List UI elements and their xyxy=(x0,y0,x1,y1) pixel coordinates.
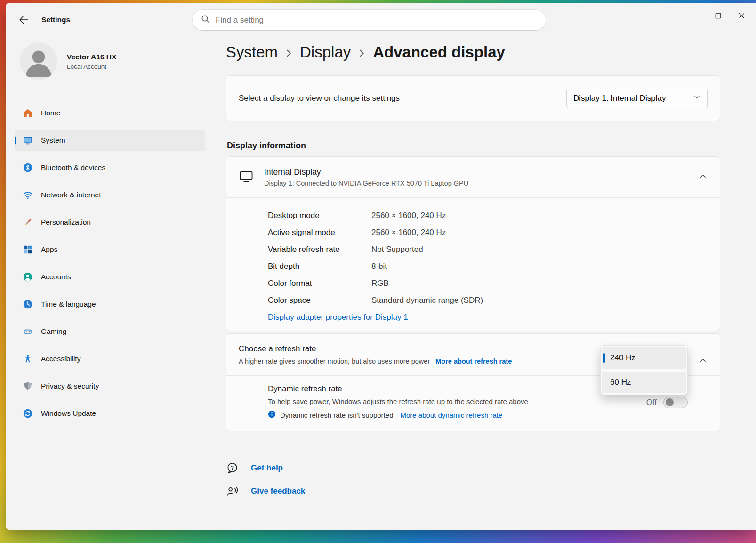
sidebar-item-label: Apps xyxy=(41,245,57,254)
sidebar-item-label: Home xyxy=(41,109,60,117)
chevron-right-icon xyxy=(285,48,292,59)
dynamic-refresh-title: Dynamic refresh rate xyxy=(268,384,626,394)
search-input[interactable] xyxy=(216,16,537,25)
property-row: Desktop mode 2560 × 1600, 240 Hz xyxy=(268,207,708,224)
accessibility-icon xyxy=(23,354,33,364)
accounts-icon xyxy=(23,272,33,282)
search-icon xyxy=(201,15,210,25)
sidebar-item-label: Network & internet xyxy=(41,191,101,199)
gaming-icon xyxy=(23,326,33,337)
close-button[interactable] xyxy=(730,7,753,24)
sidebar-item-bluetooth[interactable]: Bluetooth & devices xyxy=(15,157,205,178)
select-display-label: Select a display to view or change its s… xyxy=(239,94,400,103)
sidebar-item-personalization[interactable]: Personalization xyxy=(15,212,205,233)
sidebar-item-label: Accessibility xyxy=(41,355,80,363)
selection-indicator xyxy=(15,137,16,145)
dynamic-refresh-toggle[interactable] xyxy=(663,397,688,408)
option-label: 240 Hz xyxy=(610,353,635,363)
sidebar-item-accessibility[interactable]: Accessibility xyxy=(15,348,205,369)
user-name: Vector A16 HX xyxy=(67,53,116,61)
sidebar-item-system[interactable]: System xyxy=(15,130,205,151)
internal-display-title: Internal Display xyxy=(264,167,689,177)
property-value: Standard dynamic range (SDR) xyxy=(371,296,483,305)
sidebar-item-gaming[interactable]: Gaming xyxy=(15,321,205,342)
property-label: Desktop mode xyxy=(268,211,371,220)
sidebar-nav: Home System Bluetooth & devices xyxy=(15,103,205,424)
sidebar-item-label: System xyxy=(41,136,65,145)
back-button[interactable] xyxy=(16,13,31,27)
property-value: 2560 × 1600, 240 Hz xyxy=(371,211,446,220)
internal-display-expander[interactable]: Internal Display Display 1: Connected to… xyxy=(226,157,720,197)
main-content: System Display Advanced display Select a… xyxy=(213,33,756,530)
breadcrumb: System Display Advanced display xyxy=(226,43,720,61)
get-help-link[interactable]: Get help xyxy=(251,463,283,473)
give-feedback-icon xyxy=(226,485,239,497)
app-title: Settings xyxy=(41,16,70,24)
sidebar-item-home[interactable]: Home xyxy=(15,103,205,123)
display-adapter-properties-link[interactable]: Display adapter properties for Display 1 xyxy=(268,313,408,322)
sidebar-item-network[interactable]: Network & internet xyxy=(15,185,205,205)
internal-display-subtitle: Display 1: Connected to NVIDIA GeForce R… xyxy=(264,179,689,187)
minimize-button[interactable] xyxy=(683,7,706,24)
sidebar: Vector A16 HX Local Account Home Syst xyxy=(6,33,213,530)
get-help-icon: ? xyxy=(226,462,239,474)
property-row: Color space Standard dynamic range (SDR) xyxy=(268,292,708,309)
get-help-row[interactable]: ? Get help xyxy=(226,462,720,474)
chevron-up-icon[interactable] xyxy=(698,356,708,365)
sidebar-item-privacy[interactable]: Privacy & security xyxy=(15,376,205,397)
property-row: Active signal mode 2560 × 1600, 240 Hz xyxy=(268,224,708,241)
more-about-dynamic-refresh-rate-link[interactable]: More about dynamic refresh rate xyxy=(400,411,502,419)
property-row: Bit depth 8-bit xyxy=(268,258,708,275)
info-icon xyxy=(268,410,276,420)
give-feedback-link[interactable]: Give feedback xyxy=(251,486,305,496)
dynamic-refresh-subtitle: To help save power, Windows adjusts the … xyxy=(268,397,626,405)
back-arrow-icon xyxy=(19,15,28,26)
display-select-dropdown[interactable]: Display 1: Internal Display xyxy=(566,89,708,108)
system-icon xyxy=(23,135,33,146)
settings-window: Settings xyxy=(6,3,756,530)
sidebar-item-accounts[interactable]: Accounts xyxy=(15,267,205,287)
user-account[interactable]: Vector A16 HX Local Account xyxy=(15,42,205,80)
property-label: Color space xyxy=(268,296,371,305)
dynamic-refresh-note: Dynamic refresh rate isn't supported xyxy=(280,411,393,419)
maximize-button[interactable] xyxy=(706,7,730,24)
avatar xyxy=(20,42,57,80)
give-feedback-row[interactable]: Give feedback xyxy=(226,485,720,497)
sidebar-item-time-language[interactable]: Time & language xyxy=(15,294,205,315)
property-value: Not Supported xyxy=(371,245,423,254)
selection-indicator xyxy=(603,353,605,363)
property-label: Active signal mode xyxy=(268,228,371,237)
display-properties: Desktop mode 2560 × 1600, 240 Hz Active … xyxy=(226,198,720,331)
apps-icon xyxy=(23,244,33,255)
privacy-icon xyxy=(23,381,33,391)
refresh-rate-card: Choose a refresh rate A higher rate give… xyxy=(226,333,720,431)
refresh-rate-dropdown-menu: 240 Hz 60 Hz xyxy=(600,345,688,395)
more-about-refresh-rate-link[interactable]: More about refresh rate xyxy=(435,357,512,365)
sidebar-item-label: Gaming xyxy=(41,327,66,336)
refresh-rate-option-60hz[interactable]: 60 Hz xyxy=(602,372,686,393)
page-title: Advanced display xyxy=(373,43,505,61)
chevron-down-icon xyxy=(693,94,700,103)
breadcrumb-display[interactable]: Display xyxy=(300,43,351,61)
sidebar-item-label: Privacy & security xyxy=(41,382,99,390)
option-label: 60 Hz xyxy=(610,378,631,387)
search-box[interactable] xyxy=(192,9,546,31)
property-value: RGB xyxy=(371,279,389,288)
home-icon xyxy=(23,108,33,118)
sidebar-item-label: Personalization xyxy=(41,218,91,227)
property-row: Color format RGB xyxy=(268,275,708,292)
display-information-card: Internal Display Display 1: Connected to… xyxy=(226,156,720,331)
refresh-rate-option-240hz[interactable]: 240 Hz xyxy=(602,347,686,369)
sidebar-item-apps[interactable]: Apps xyxy=(15,239,205,260)
toggle-state-label: Off xyxy=(646,398,657,407)
sidebar-item-label: Bluetooth & devices xyxy=(41,163,105,172)
footer-links: ? Get help Give feedback xyxy=(226,462,720,497)
sidebar-item-windows-update[interactable]: Windows Update xyxy=(15,403,205,424)
breadcrumb-system[interactable]: System xyxy=(226,43,278,61)
property-row: Variable refresh rate Not Supported xyxy=(268,241,708,258)
caption-buttons xyxy=(683,7,753,24)
toggle-knob xyxy=(666,398,674,406)
bluetooth-icon xyxy=(23,162,33,173)
select-display-card: Select a display to view or change its s… xyxy=(226,75,720,121)
chevron-up-icon[interactable] xyxy=(699,172,707,182)
